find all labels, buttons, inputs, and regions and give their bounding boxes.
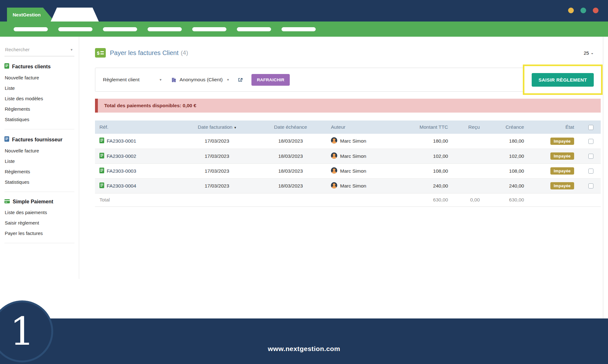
chevron-down-icon: ⌄ <box>591 51 594 55</box>
chevron-down-icon: ▾ <box>71 47 73 52</box>
chevron-down-icon: ▾ <box>160 77 162 82</box>
invoice-icon <box>99 168 104 175</box>
sidebar-item-saisir-reglement[interactable]: Saisir règlement <box>4 218 74 228</box>
nav-pill[interactable] <box>282 27 316 31</box>
header-ref[interactable]: Réf. <box>95 120 180 134</box>
payment-type-select[interactable]: Règlement client ▾ <box>103 77 162 83</box>
page-size-select[interactable]: 25 ⌄ <box>584 50 594 56</box>
creance-cell: 102,00 <box>483 149 527 163</box>
montant-cell: 102,00 <box>399 149 451 163</box>
date-echeance-cell: 18/03/2023 <box>253 134 328 149</box>
table-header-row: Réf. Date facturation▾ Date échéance Aut… <box>95 120 601 134</box>
external-link-icon[interactable] <box>237 77 243 83</box>
sidebar-item-reglements-fournisseur[interactable]: Règlements <box>4 166 74 177</box>
recu-cell <box>451 163 483 178</box>
row-checkbox[interactable] <box>588 139 593 144</box>
sidebar-item-liste-des-paiements[interactable]: Liste des paiements <box>4 207 74 218</box>
header-recu[interactable]: Reçu <box>451 120 483 134</box>
client-select[interactable]: Anonymous (Client) ▾ <box>171 77 229 83</box>
content-right-divider <box>603 37 603 318</box>
sidebar-section-title: Factures clients <box>4 63 74 70</box>
highlight-box: SAISIR RÈGLEMENT <box>523 65 603 95</box>
status-badge: Impayée <box>550 167 574 175</box>
sidebar-item-liste-fournisseur[interactable]: Liste <box>4 156 74 166</box>
main-menu-bar <box>0 22 608 37</box>
nav-pill[interactable] <box>103 27 137 31</box>
date-facturation-cell: 17/03/2023 <box>180 134 253 149</box>
sidebar: Rechercher ▾ Factures clients Nouvelle f… <box>0 37 79 279</box>
status-badge: Impayée <box>550 152 574 160</box>
invoice-icon <box>99 138 104 145</box>
header-date-facturation[interactable]: Date facturation▾ <box>180 120 253 134</box>
row-checkbox[interactable] <box>588 154 593 159</box>
refresh-button[interactable]: RAFRAICHIR <box>251 74 290 86</box>
invoice-icon <box>99 182 104 189</box>
brand-tab: NextGestion <box>7 8 54 22</box>
select-all-checkbox[interactable] <box>588 125 593 130</box>
sidebar-section-title: Factures fournisseur <box>4 136 74 143</box>
sidebar-item-payer-les-factures[interactable]: Payer les factures <box>4 228 74 238</box>
total-creance: 630,00 <box>483 193 527 207</box>
result-count: (4) <box>181 49 188 56</box>
invoice-blue-icon <box>4 136 9 143</box>
header-date-echeance[interactable]: Date échéance <box>253 120 328 134</box>
row-checkbox[interactable] <box>588 169 593 174</box>
invoice-ref[interactable]: FA2303-0001 <box>107 138 136 144</box>
date-facturation-cell: 17/03/2023 <box>180 163 253 178</box>
invoice-ref[interactable]: FA2303-0003 <box>107 168 136 174</box>
recu-cell <box>451 178 483 193</box>
header-creance[interactable]: Créance <box>483 120 527 134</box>
nav-pill[interactable] <box>14 27 48 31</box>
window-minimize-dot[interactable] <box>568 8 574 13</box>
header-etat[interactable]: État <box>527 120 581 134</box>
sidebar-item-liste[interactable]: Liste <box>4 83 74 93</box>
payment-money-icon: $ <box>95 48 106 58</box>
creance-cell: 180,00 <box>483 134 527 149</box>
chevron-down-icon: ▾ <box>227 77 229 82</box>
nav-pill[interactable] <box>237 27 271 31</box>
invoice-green-icon <box>4 63 9 70</box>
header-montant-ttc[interactable]: Montant TTC <box>399 120 451 134</box>
sidebar-item-nouvelle-facture-fournisseur[interactable]: Nouvelle facture <box>4 145 74 156</box>
search-input[interactable]: Rechercher ▾ <box>4 45 74 56</box>
page-title: Payer les factures Client <box>110 49 179 57</box>
svg-text:$: $ <box>97 50 100 56</box>
nav-pill[interactable] <box>58 27 92 31</box>
sidebar-item-statistiques-fournisseur[interactable]: Statistiques <box>4 177 74 187</box>
sidebar-section-title: Simple Paiement <box>4 199 74 205</box>
table-total-row: Total 630,00 0,00 630,00 <box>95 193 601 207</box>
header-auteur[interactable]: Auteur <box>328 120 399 134</box>
author-name: Marc Simon <box>340 138 366 144</box>
sidebar-item-liste-des-modeles[interactable]: Liste des modèles <box>4 93 74 104</box>
sidebar-item-reglements[interactable]: Règlements <box>4 104 74 114</box>
row-checkbox[interactable] <box>588 183 593 188</box>
app-header: NextGestion <box>0 0 608 22</box>
montant-cell: 180,00 <box>399 134 451 149</box>
payment-card-icon <box>4 199 10 205</box>
invoice-icon <box>99 153 104 160</box>
toolbar: Règlement client ▾ Anonymous (Client) ▾ … <box>95 68 601 92</box>
montant-cell: 240,00 <box>399 178 451 193</box>
author-name: Marc Simon <box>340 168 366 174</box>
author-name: Marc Simon <box>340 183 366 189</box>
sidebar-item-nouvelle-facture[interactable]: Nouvelle facture <box>4 72 74 83</box>
creance-cell: 108,00 <box>483 163 527 178</box>
sidebar-item-statistiques[interactable]: Statistiques <box>4 114 74 125</box>
search-placeholder: Rechercher <box>5 47 30 52</box>
window-close-dot[interactable] <box>593 8 598 13</box>
invoice-ref[interactable]: FA2303-0004 <box>107 183 136 189</box>
sidebar-section-factures-clients: Factures clients Nouvelle facture Liste … <box>4 56 74 129</box>
saisir-reglement-button[interactable]: SAISIR RÈGLEMENT <box>532 73 593 87</box>
sort-desc-icon: ▾ <box>234 126 236 129</box>
brand-name: NextGestion <box>13 12 41 17</box>
avatar <box>331 182 337 190</box>
nav-pill[interactable] <box>148 27 182 31</box>
total-label: Total <box>95 193 180 207</box>
recu-cell <box>451 134 483 149</box>
montant-cell: 108,00 <box>399 163 451 178</box>
date-facturation-cell: 17/03/2023 <box>180 149 253 163</box>
nav-pill[interactable] <box>192 27 226 31</box>
window-maximize-dot[interactable] <box>580 8 586 13</box>
avatar <box>331 152 337 160</box>
invoice-ref[interactable]: FA2303-0002 <box>107 153 136 159</box>
